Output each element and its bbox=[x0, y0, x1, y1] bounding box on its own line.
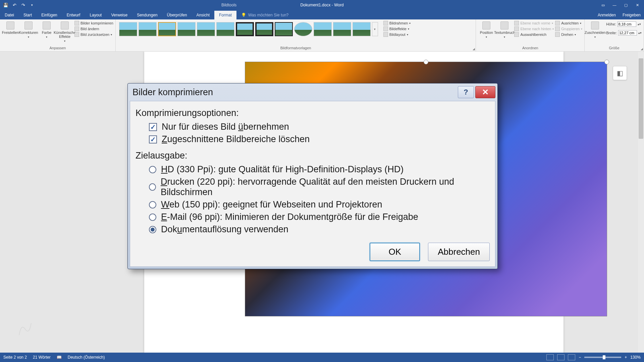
tab-verweise[interactable]: Verweise bbox=[106, 11, 132, 19]
resize-handle-icon[interactable] bbox=[604, 60, 609, 64]
minimize-icon[interactable]: — bbox=[609, 1, 620, 9]
ribbon-display-icon[interactable]: ▭ bbox=[598, 1, 608, 9]
close-icon[interactable]: ✕ bbox=[632, 1, 643, 9]
bildeffekte-button[interactable]: Bildeffekte ▾ bbox=[383, 26, 411, 31]
selection-pane-button[interactable]: Auswahlbereich bbox=[514, 32, 554, 37]
restore-icon[interactable]: ▢ bbox=[621, 1, 631, 9]
print-layout-icon[interactable] bbox=[557, 354, 565, 360]
tab-ueberpruefen[interactable]: Überprüfen bbox=[162, 11, 192, 19]
tab-datei[interactable]: Datei bbox=[0, 11, 19, 19]
checkbox-delete-cropped[interactable]: ✓ Zugeschnittene Bildbereiche löschen bbox=[149, 134, 490, 144]
style-item[interactable] bbox=[333, 22, 351, 36]
style-item[interactable] bbox=[216, 22, 234, 36]
reset-picture-button[interactable]: Bild zurücksetzen ▾ bbox=[74, 32, 113, 37]
change-picture-button[interactable]: Bild ändern bbox=[74, 26, 113, 31]
rotate-icon bbox=[555, 32, 560, 37]
kuenstlerische-button[interactable]: Künstlerische Effekte▾ bbox=[56, 21, 73, 43]
compress-pictures-dialog: Bilder komprimieren ? ✕ Komprimierungsop… bbox=[127, 83, 498, 269]
zoom-out-button[interactable]: − bbox=[579, 355, 581, 360]
style-item[interactable] bbox=[119, 22, 137, 36]
style-item[interactable] bbox=[236, 22, 254, 36]
scrollbar-thumb[interactable] bbox=[639, 58, 643, 139]
style-item[interactable] bbox=[255, 22, 273, 36]
style-item[interactable] bbox=[197, 22, 215, 36]
page-indicator[interactable]: Seite 2 von 2 bbox=[3, 355, 27, 360]
tab-entwurf[interactable]: Entwurf bbox=[62, 11, 85, 19]
radio-email[interactable]: E-Mail (96 ppi): Minimieren der Dokument… bbox=[149, 212, 490, 222]
textumbruch-button[interactable]: Textumbruch▾ bbox=[496, 21, 513, 39]
height-input[interactable] bbox=[618, 21, 636, 27]
tab-start[interactable]: Start bbox=[19, 11, 37, 19]
bildlayout-button[interactable]: Bildlayout ▾ bbox=[383, 32, 411, 37]
send-backward-icon bbox=[514, 26, 519, 31]
word-count[interactable]: 21 Wörter bbox=[33, 355, 51, 360]
tab-layout[interactable]: Layout bbox=[85, 11, 106, 19]
ribbon-group-groesse: Zuschneiden▾ Höhe: ▴▾ Breite: ▴▾ Größe ◢ bbox=[585, 19, 644, 51]
style-item[interactable] bbox=[177, 22, 196, 36]
cancel-button[interactable]: Abbrechen bbox=[428, 243, 490, 261]
align-button[interactable]: Ausrichten ▾ bbox=[555, 21, 582, 25]
style-gallery-more-icon[interactable]: ▾ bbox=[372, 22, 378, 36]
bring-forward-button[interactable]: Ebene nach vorne ▾ bbox=[514, 21, 554, 25]
radio-icon bbox=[149, 226, 156, 233]
share-button[interactable]: Freigeben bbox=[623, 13, 641, 17]
radio-label: Web (150 ppi): geeignet für Webseiten un… bbox=[161, 199, 382, 210]
tab-sendungen[interactable]: Sendungen bbox=[132, 11, 162, 19]
dialog-launcher-icon[interactable]: ◢ bbox=[641, 47, 643, 51]
radio-document-resolution[interactable]: Dokumentauflösung verwenden bbox=[149, 224, 490, 235]
style-item[interactable] bbox=[139, 22, 157, 36]
height-spinner-icon[interactable]: ▴▾ bbox=[638, 22, 641, 26]
qat-dropdown-icon[interactable]: ▾ bbox=[29, 2, 35, 8]
web-layout-icon[interactable] bbox=[568, 354, 575, 360]
group-icon bbox=[555, 26, 560, 31]
zoom-in-button[interactable]: + bbox=[625, 355, 627, 360]
sign-in-link[interactable]: Anmelden bbox=[598, 13, 616, 17]
spellcheck-icon[interactable]: 📖 bbox=[57, 355, 62, 360]
language-indicator[interactable]: Deutsch (Österreich) bbox=[68, 355, 105, 360]
vertical-scrollbar[interactable] bbox=[638, 52, 644, 353]
dialog-launcher-icon[interactable]: ◢ bbox=[473, 47, 475, 51]
resize-handle-icon[interactable] bbox=[424, 60, 428, 64]
undo-icon[interactable]: ↶ bbox=[11, 2, 17, 8]
tab-format[interactable]: Format bbox=[214, 11, 236, 19]
zoom-slider[interactable] bbox=[584, 357, 621, 358]
text-wrap-icon bbox=[500, 21, 508, 29]
position-icon bbox=[482, 21, 490, 29]
group-button[interactable]: Gruppieren ▾ bbox=[555, 26, 582, 31]
tab-einfuegen[interactable]: Einfügen bbox=[37, 11, 62, 19]
radio-web[interactable]: Web (150 ppi): geeignet für Webseiten un… bbox=[149, 199, 490, 210]
dialog-titlebar[interactable]: Bilder komprimieren ? ✕ bbox=[128, 83, 497, 101]
tell-me-search[interactable]: 💡 Was möchten Sie tun? bbox=[241, 13, 288, 19]
send-backward-button[interactable]: Ebene nach hinten ▾ bbox=[514, 26, 554, 31]
redo-icon[interactable]: ↷ bbox=[20, 2, 26, 8]
checkbox-apply-only[interactable]: ✓ Nur für dieses Bild übernehmen bbox=[149, 122, 490, 132]
rotate-button[interactable]: Drehen ▾ bbox=[555, 32, 582, 37]
bring-forward-icon bbox=[514, 21, 519, 25]
ok-button[interactable]: OK bbox=[370, 243, 420, 261]
zoom-level[interactable]: 130% bbox=[630, 355, 641, 360]
dialog-close-button[interactable]: ✕ bbox=[475, 86, 495, 98]
dialog-help-button[interactable]: ? bbox=[458, 86, 474, 98]
radio-hd[interactable]: HD (330 Ppi): gute Qualität für High-Def… bbox=[149, 164, 490, 175]
style-item[interactable] bbox=[353, 22, 371, 36]
change-picture-icon bbox=[74, 26, 79, 31]
width-spinner-icon[interactable]: ▴▾ bbox=[638, 31, 642, 35]
bildrahmen-button[interactable]: Bildrahmen ▾ bbox=[383, 21, 411, 25]
picture-styles-gallery[interactable]: ▾ bbox=[118, 21, 379, 38]
save-icon[interactable]: 💾 bbox=[3, 2, 9, 8]
korrekturen-button[interactable]: Korrekturen▾ bbox=[20, 21, 37, 39]
zuschneiden-button[interactable]: Zuschneiden▾ bbox=[587, 21, 603, 39]
tab-ansicht[interactable]: Ansicht bbox=[192, 11, 214, 19]
style-item[interactable] bbox=[294, 22, 312, 36]
style-item[interactable] bbox=[158, 22, 176, 36]
farbe-button[interactable]: Farbe▾ bbox=[38, 21, 55, 39]
style-item[interactable] bbox=[275, 22, 293, 36]
layout-options-button[interactable]: ◧ bbox=[613, 66, 627, 80]
style-item[interactable] bbox=[314, 22, 332, 36]
compress-pictures-button[interactable]: Bilder komprimieren bbox=[74, 21, 113, 25]
read-mode-icon[interactable] bbox=[546, 354, 554, 360]
position-button[interactable]: Position▾ bbox=[478, 21, 495, 39]
radio-print[interactable]: Drucken (220 ppi): hervorragende Qualitä… bbox=[149, 177, 490, 197]
width-input[interactable] bbox=[618, 30, 637, 36]
freistellen-button[interactable]: Freistellen bbox=[2, 21, 19, 35]
